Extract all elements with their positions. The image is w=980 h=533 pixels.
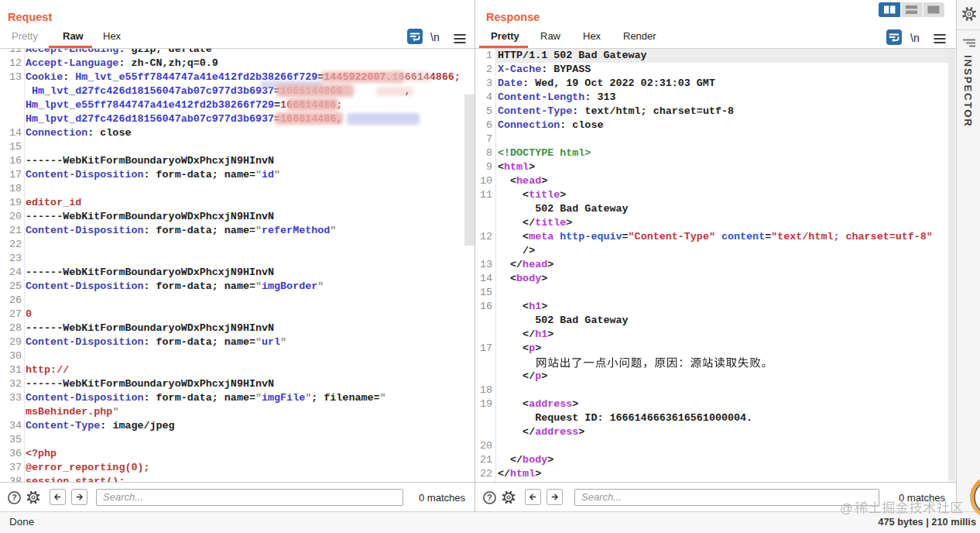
- svg-text:?: ?: [487, 493, 492, 502]
- svg-text:?: ?: [12, 493, 16, 502]
